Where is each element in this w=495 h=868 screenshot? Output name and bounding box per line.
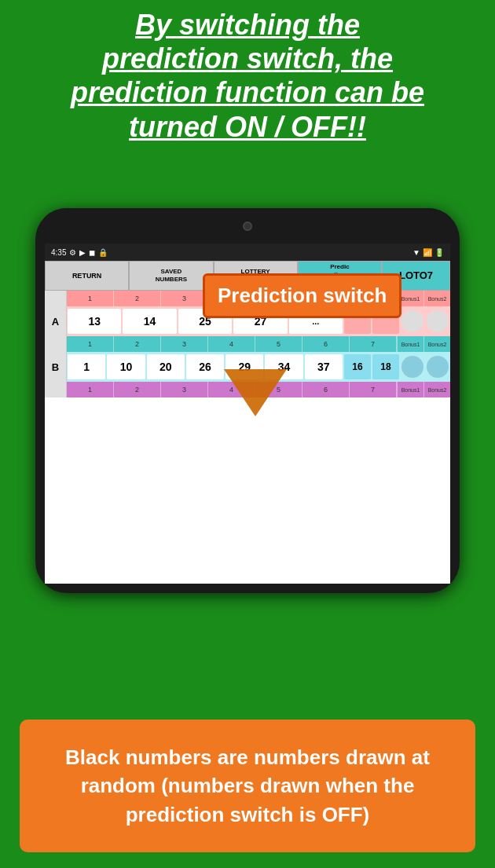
b-col-header-3: 3 <box>161 336 208 352</box>
a-num-1: 13 <box>68 309 121 334</box>
row-a-spacer <box>45 291 67 306</box>
b-col-header-7: 7 <box>350 336 397 352</box>
a-num-2: 14 <box>123 309 176 334</box>
time-display: 4:35 <box>51 248 66 257</box>
row-b-letter: B <box>45 352 67 382</box>
svg-marker-0 <box>224 369 287 416</box>
wifi-icon: ▼ <box>412 248 420 257</box>
b-col-header-6: 6 <box>302 336 350 352</box>
row-c-spacer <box>45 382 67 397</box>
play-icon: ▶ <box>79 248 86 257</box>
c-col-header-3: 3 <box>161 382 208 397</box>
header-line2: prediction switch, the <box>102 42 393 75</box>
prediction-switch-label: Prediction switch <box>218 284 387 307</box>
b-num-4: 26 <box>186 354 224 379</box>
col-header-3: 3 <box>161 291 208 306</box>
lock-icon: 🔒 <box>98 248 108 257</box>
prediction-callout: Prediction switch <box>203 273 402 318</box>
b-icon1 <box>402 356 424 378</box>
header-line4: turned ON / OFF!! <box>129 111 366 143</box>
col-header-2: 2 <box>114 291 161 306</box>
b-col-header-5: 5 <box>255 336 302 352</box>
stop-icon: ◼ <box>89 248 95 257</box>
b-col-header-2: 2 <box>114 336 161 352</box>
header-line3: prediction function can be <box>71 76 424 108</box>
arrow-pointer <box>224 369 287 416</box>
bottom-info-text: Black numbers are numbers drawn at rando… <box>35 743 460 829</box>
b-num-3: 20 <box>147 354 185 379</box>
c-col-header-1: 1 <box>67 382 114 397</box>
bottom-callout: Black numbers are numbers drawn at rando… <box>20 720 475 852</box>
header-text: By switching the prediction switch, the … <box>16 8 479 144</box>
c-bonus1-header: Bonus1 <box>397 382 424 397</box>
status-bar: 4:35 ⚙ ▶ ◼ 🔒 ▼ 📶 🔋 <box>45 244 450 261</box>
bonus2-header: Bonus2 <box>424 291 450 306</box>
c-bonus2-header: Bonus2 <box>424 382 450 397</box>
return-button[interactable]: RETURN <box>45 261 129 291</box>
b-bonus2: 18 <box>372 354 399 379</box>
b-num-2: 10 <box>107 354 145 379</box>
b-bonus2-header: Bonus2 <box>424 336 450 352</box>
a-icon1 <box>402 310 424 332</box>
b-bonus1-header: Bonus1 <box>397 336 424 352</box>
col-header-1: 1 <box>67 291 114 306</box>
row-b-header: 1 2 3 4 5 6 7 Bonus1 Bonus2 <box>45 336 450 352</box>
c-col-header-2: 2 <box>114 382 161 397</box>
b-bonus1: 16 <box>344 354 371 379</box>
b-col-header-1: 1 <box>67 336 114 352</box>
battery-icon: 🔋 <box>434 248 444 257</box>
b-col-header-4: 4 <box>208 336 255 352</box>
row-a-letter: A <box>45 306 67 336</box>
c-col-header-6: 6 <box>302 382 350 397</box>
b-icon2 <box>427 356 449 378</box>
a-icon2 <box>427 310 449 332</box>
phone-camera <box>243 222 252 231</box>
b-num-7: 37 <box>305 354 343 379</box>
b-num-1: 1 <box>68 354 105 379</box>
gear-icon: ⚙ <box>69 248 76 257</box>
row-b-spacer <box>45 336 67 352</box>
c-col-header-7: 7 <box>350 382 397 397</box>
status-left: 4:35 ⚙ ▶ ◼ 🔒 <box>51 248 108 257</box>
header-line1: By switching the <box>135 9 360 41</box>
status-right: ▼ 📶 🔋 <box>412 248 444 257</box>
saved-numbers-button[interactable]: SAVEDNUMBERS <box>129 261 213 291</box>
signal-icon: 📶 <box>423 248 432 257</box>
phone-top-bar <box>45 208 450 244</box>
